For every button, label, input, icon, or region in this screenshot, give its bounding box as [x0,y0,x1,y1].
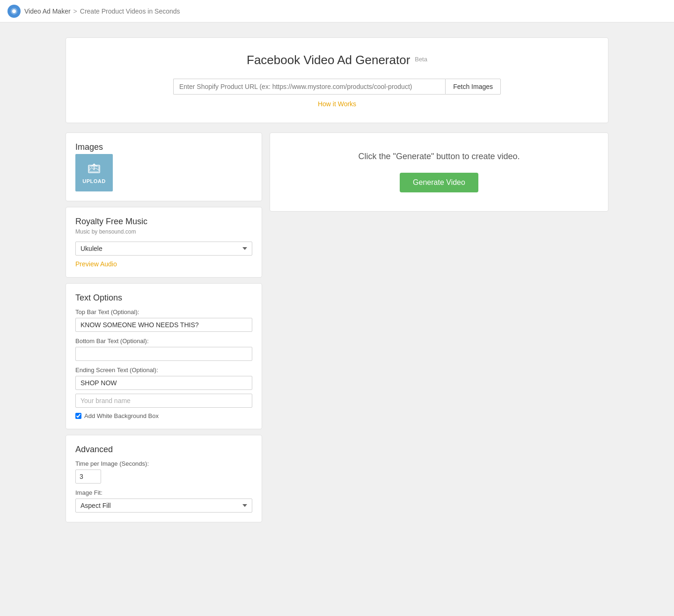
page-title-area: Facebook Video Ad Generator Beta [81,53,593,67]
checkbox-label: Add White Background Box [84,412,159,419]
breadcrumb-separator: > [73,7,77,15]
main-content: Facebook Video Ad Generator Beta Fetch I… [56,22,618,537]
music-section: Royalty Free Music Music by bensound.com… [66,207,262,278]
url-row: Fetch Images [173,79,501,95]
image-fit-label: Image Fit: [75,489,252,496]
navbar: Video Ad Maker > Create Product Videos i… [0,0,674,22]
right-column: Click the "Generate" button to create vi… [270,132,608,212]
music-title: Royalty Free Music [75,217,252,227]
top-bar-input[interactable] [75,318,252,332]
images-section: Images UPLOAD [66,132,262,201]
music-select[interactable]: Ukulele Acoustic Breeze Creative Minds H… [75,242,252,256]
text-options-title: Text Options [75,293,252,303]
white-bg-checkbox[interactable] [75,413,81,419]
ending-screen-label: Ending Screen Text (Optional): [75,367,252,374]
music-subtitle: Music by bensound.com [75,228,252,235]
ending-screen-input[interactable] [75,376,252,390]
preview-audio-link[interactable]: Preview Audio [75,260,117,268]
beta-badge: Beta [415,56,427,63]
how-it-works-link[interactable]: How it Works [81,100,593,108]
bottom-bar-label: Bottom Bar Text (Optional): [75,337,252,345]
app-logo [7,5,21,18]
right-panel: Click the "Generate" button to create vi… [270,132,608,212]
upload-button[interactable]: UPLOAD [75,154,113,191]
generate-prompt-message: Click the "Generate" button to create vi… [359,152,520,161]
product-url-input[interactable] [173,79,445,95]
image-fit-select[interactable]: Aspect Fill Aspect Fit Stretch [75,499,252,513]
images-title: Images [75,142,252,152]
advanced-section: Advanced Time per Image (Seconds): Image… [66,435,262,522]
upload-label: UPLOAD [82,178,105,184]
checkbox-row: Add White Background Box [75,412,252,419]
brand-name-input[interactable] [75,394,252,408]
advanced-title: Advanced [75,445,252,455]
text-options-section: Text Options Top Bar Text (Optional): Bo… [66,283,262,429]
upload-icon [88,161,101,176]
time-per-image-input[interactable] [75,469,101,484]
breadcrumb: Video Ad Maker > Create Product Videos i… [24,7,180,15]
page-title: Facebook Video Ad Generator [247,53,410,67]
bottom-bar-input[interactable] [75,347,252,361]
two-col-layout: Images UPLOAD Royalty Free Music [66,132,608,522]
top-bar-label: Top Bar Text (Optional): [75,308,252,315]
svg-point-1 [12,9,16,13]
time-per-image-label: Time per Image (Seconds): [75,460,252,467]
header-card: Facebook Video Ad Generator Beta Fetch I… [66,37,608,123]
generate-video-button[interactable]: Generate Video [400,173,478,192]
left-column: Images UPLOAD Royalty Free Music [66,132,262,522]
breadcrumb-current: Create Product Videos in Seconds [80,7,180,15]
breadcrumb-link[interactable]: Video Ad Maker [24,7,71,15]
fetch-images-button[interactable]: Fetch Images [445,79,501,95]
